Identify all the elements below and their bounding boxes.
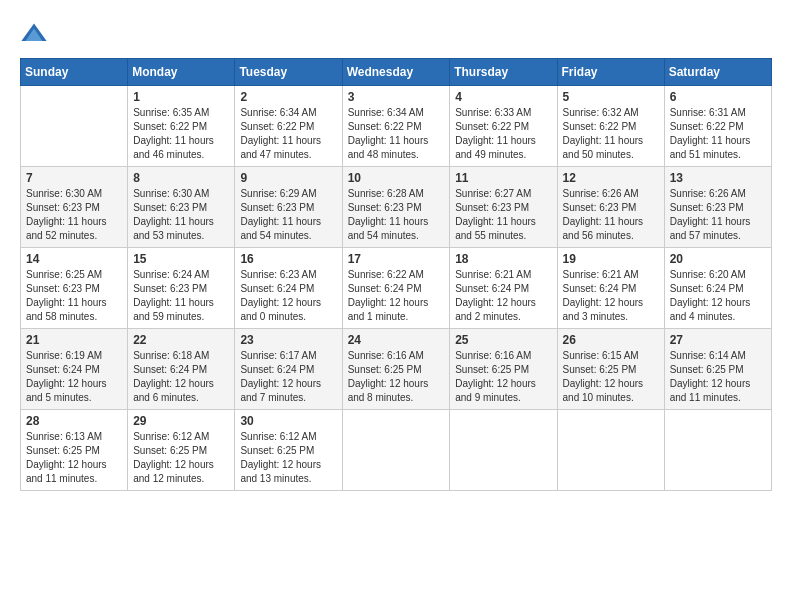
day-info: Sunrise: 6:35 AM Sunset: 6:22 PM Dayligh…: [133, 106, 229, 162]
calendar-cell: [342, 410, 450, 491]
calendar-header-row: SundayMondayTuesdayWednesdayThursdayFrid…: [21, 59, 772, 86]
calendar-cell: 15Sunrise: 6:24 AM Sunset: 6:23 PM Dayli…: [128, 248, 235, 329]
page-header: [20, 20, 772, 48]
day-number: 18: [455, 252, 551, 266]
day-number: 21: [26, 333, 122, 347]
day-info: Sunrise: 6:32 AM Sunset: 6:22 PM Dayligh…: [563, 106, 659, 162]
calendar-cell: 3Sunrise: 6:34 AM Sunset: 6:22 PM Daylig…: [342, 86, 450, 167]
day-number: 7: [26, 171, 122, 185]
calendar-cell: [21, 86, 128, 167]
column-header-sunday: Sunday: [21, 59, 128, 86]
day-info: Sunrise: 6:14 AM Sunset: 6:25 PM Dayligh…: [670, 349, 766, 405]
calendar-cell: 21Sunrise: 6:19 AM Sunset: 6:24 PM Dayli…: [21, 329, 128, 410]
day-info: Sunrise: 6:23 AM Sunset: 6:24 PM Dayligh…: [240, 268, 336, 324]
column-header-wednesday: Wednesday: [342, 59, 450, 86]
column-header-thursday: Thursday: [450, 59, 557, 86]
day-info: Sunrise: 6:21 AM Sunset: 6:24 PM Dayligh…: [455, 268, 551, 324]
calendar-cell: 1Sunrise: 6:35 AM Sunset: 6:22 PM Daylig…: [128, 86, 235, 167]
column-header-saturday: Saturday: [664, 59, 771, 86]
calendar-cell: 4Sunrise: 6:33 AM Sunset: 6:22 PM Daylig…: [450, 86, 557, 167]
day-number: 20: [670, 252, 766, 266]
calendar-cell: 13Sunrise: 6:26 AM Sunset: 6:23 PM Dayli…: [664, 167, 771, 248]
calendar-cell: 27Sunrise: 6:14 AM Sunset: 6:25 PM Dayli…: [664, 329, 771, 410]
calendar-cell: 5Sunrise: 6:32 AM Sunset: 6:22 PM Daylig…: [557, 86, 664, 167]
day-info: Sunrise: 6:18 AM Sunset: 6:24 PM Dayligh…: [133, 349, 229, 405]
day-info: Sunrise: 6:33 AM Sunset: 6:22 PM Dayligh…: [455, 106, 551, 162]
calendar-week-row: 1Sunrise: 6:35 AM Sunset: 6:22 PM Daylig…: [21, 86, 772, 167]
calendar-cell: 26Sunrise: 6:15 AM Sunset: 6:25 PM Dayli…: [557, 329, 664, 410]
day-info: Sunrise: 6:28 AM Sunset: 6:23 PM Dayligh…: [348, 187, 445, 243]
day-number: 6: [670, 90, 766, 104]
calendar-week-row: 21Sunrise: 6:19 AM Sunset: 6:24 PM Dayli…: [21, 329, 772, 410]
day-number: 23: [240, 333, 336, 347]
day-info: Sunrise: 6:29 AM Sunset: 6:23 PM Dayligh…: [240, 187, 336, 243]
day-number: 4: [455, 90, 551, 104]
day-number: 8: [133, 171, 229, 185]
day-number: 12: [563, 171, 659, 185]
day-number: 17: [348, 252, 445, 266]
day-number: 1: [133, 90, 229, 104]
day-info: Sunrise: 6:25 AM Sunset: 6:23 PM Dayligh…: [26, 268, 122, 324]
day-info: Sunrise: 6:15 AM Sunset: 6:25 PM Dayligh…: [563, 349, 659, 405]
calendar-cell: 29Sunrise: 6:12 AM Sunset: 6:25 PM Dayli…: [128, 410, 235, 491]
day-number: 3: [348, 90, 445, 104]
calendar-table: SundayMondayTuesdayWednesdayThursdayFrid…: [20, 58, 772, 491]
calendar-cell: 23Sunrise: 6:17 AM Sunset: 6:24 PM Dayli…: [235, 329, 342, 410]
calendar-cell: 25Sunrise: 6:16 AM Sunset: 6:25 PM Dayli…: [450, 329, 557, 410]
day-number: 14: [26, 252, 122, 266]
calendar-cell: 28Sunrise: 6:13 AM Sunset: 6:25 PM Dayli…: [21, 410, 128, 491]
day-number: 2: [240, 90, 336, 104]
day-number: 15: [133, 252, 229, 266]
day-number: 30: [240, 414, 336, 428]
calendar-cell: 19Sunrise: 6:21 AM Sunset: 6:24 PM Dayli…: [557, 248, 664, 329]
day-number: 19: [563, 252, 659, 266]
day-number: 24: [348, 333, 445, 347]
day-info: Sunrise: 6:16 AM Sunset: 6:25 PM Dayligh…: [455, 349, 551, 405]
day-info: Sunrise: 6:21 AM Sunset: 6:24 PM Dayligh…: [563, 268, 659, 324]
day-number: 13: [670, 171, 766, 185]
day-number: 5: [563, 90, 659, 104]
day-info: Sunrise: 6:12 AM Sunset: 6:25 PM Dayligh…: [240, 430, 336, 486]
column-header-friday: Friday: [557, 59, 664, 86]
day-number: 9: [240, 171, 336, 185]
calendar-cell: [557, 410, 664, 491]
day-number: 25: [455, 333, 551, 347]
calendar-week-row: 28Sunrise: 6:13 AM Sunset: 6:25 PM Dayli…: [21, 410, 772, 491]
day-info: Sunrise: 6:16 AM Sunset: 6:25 PM Dayligh…: [348, 349, 445, 405]
day-info: Sunrise: 6:13 AM Sunset: 6:25 PM Dayligh…: [26, 430, 122, 486]
day-info: Sunrise: 6:34 AM Sunset: 6:22 PM Dayligh…: [348, 106, 445, 162]
calendar-week-row: 14Sunrise: 6:25 AM Sunset: 6:23 PM Dayli…: [21, 248, 772, 329]
calendar-cell: 6Sunrise: 6:31 AM Sunset: 6:22 PM Daylig…: [664, 86, 771, 167]
day-number: 28: [26, 414, 122, 428]
calendar-cell: 10Sunrise: 6:28 AM Sunset: 6:23 PM Dayli…: [342, 167, 450, 248]
day-info: Sunrise: 6:31 AM Sunset: 6:22 PM Dayligh…: [670, 106, 766, 162]
day-info: Sunrise: 6:22 AM Sunset: 6:24 PM Dayligh…: [348, 268, 445, 324]
calendar-week-row: 7Sunrise: 6:30 AM Sunset: 6:23 PM Daylig…: [21, 167, 772, 248]
calendar-cell: 2Sunrise: 6:34 AM Sunset: 6:22 PM Daylig…: [235, 86, 342, 167]
day-info: Sunrise: 6:19 AM Sunset: 6:24 PM Dayligh…: [26, 349, 122, 405]
calendar-cell: [450, 410, 557, 491]
day-number: 11: [455, 171, 551, 185]
calendar-cell: 22Sunrise: 6:18 AM Sunset: 6:24 PM Dayli…: [128, 329, 235, 410]
day-number: 26: [563, 333, 659, 347]
calendar-cell: 20Sunrise: 6:20 AM Sunset: 6:24 PM Dayli…: [664, 248, 771, 329]
day-number: 10: [348, 171, 445, 185]
day-info: Sunrise: 6:26 AM Sunset: 6:23 PM Dayligh…: [563, 187, 659, 243]
column-header-monday: Monday: [128, 59, 235, 86]
calendar-cell: 9Sunrise: 6:29 AM Sunset: 6:23 PM Daylig…: [235, 167, 342, 248]
day-number: 22: [133, 333, 229, 347]
day-info: Sunrise: 6:12 AM Sunset: 6:25 PM Dayligh…: [133, 430, 229, 486]
calendar-cell: 16Sunrise: 6:23 AM Sunset: 6:24 PM Dayli…: [235, 248, 342, 329]
calendar-cell: 12Sunrise: 6:26 AM Sunset: 6:23 PM Dayli…: [557, 167, 664, 248]
calendar-cell: [664, 410, 771, 491]
day-info: Sunrise: 6:27 AM Sunset: 6:23 PM Dayligh…: [455, 187, 551, 243]
day-number: 29: [133, 414, 229, 428]
day-number: 16: [240, 252, 336, 266]
calendar-cell: 30Sunrise: 6:12 AM Sunset: 6:25 PM Dayli…: [235, 410, 342, 491]
logo-icon: [20, 20, 48, 48]
logo: [20, 20, 54, 48]
calendar-cell: 14Sunrise: 6:25 AM Sunset: 6:23 PM Dayli…: [21, 248, 128, 329]
calendar-cell: 24Sunrise: 6:16 AM Sunset: 6:25 PM Dayli…: [342, 329, 450, 410]
calendar-cell: 11Sunrise: 6:27 AM Sunset: 6:23 PM Dayli…: [450, 167, 557, 248]
day-number: 27: [670, 333, 766, 347]
